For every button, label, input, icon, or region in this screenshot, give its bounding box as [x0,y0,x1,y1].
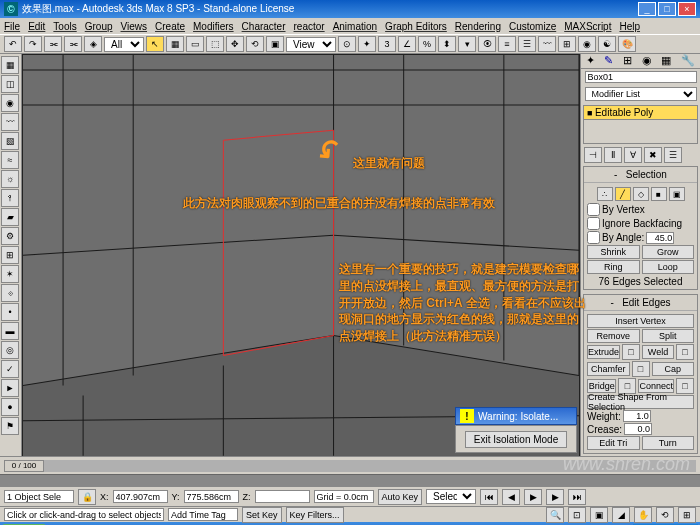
utilities-tab-icon[interactable]: 🔧 [681,54,695,67]
motion-tab-icon[interactable]: ◉ [642,54,652,67]
link-button[interactable]: ⫘ [44,36,62,52]
next-frame-icon[interactable]: ▶ [546,489,564,505]
modify-tab-icon[interactable]: ✎ [604,54,613,67]
water-icon[interactable]: ≈ [1,151,19,169]
hierarchy-tab-icon[interactable]: ⊞ [623,54,632,67]
configure-icon[interactable]: ☰ [664,147,682,163]
polygon-icon[interactable]: ■ [651,187,667,201]
unique-icon[interactable]: ∀ [624,147,642,163]
show-end-icon[interactable]: Ⅱ [604,147,622,163]
zoom-icon[interactable]: 🔍 [546,507,564,523]
goto-start-icon[interactable]: ⏮ [480,489,498,505]
weld-settings-icon[interactable]: □ [676,344,694,360]
z-coord[interactable] [255,490,310,503]
insert-vertex-button[interactable]: Insert Vertex [587,314,694,328]
by-angle-value[interactable] [646,232,674,244]
menu-customize[interactable]: Customize [509,21,556,32]
remove-button[interactable]: Remove [587,329,640,343]
analyze-icon[interactable]: ✓ [1,360,19,378]
minimize-button[interactable]: _ [638,2,656,16]
cloth-icon[interactable]: ◫ [1,75,19,93]
zoom-extents-icon[interactable]: ▣ [590,507,608,523]
wind-icon[interactable]: ☼ [1,170,19,188]
ring-button[interactable]: Ring [587,260,640,274]
crease-value[interactable] [624,423,652,435]
named-sel-button[interactable]: ▾ [458,36,476,52]
prismatic-icon[interactable]: ▬ [1,322,19,340]
prev-frame-icon[interactable]: ◀ [502,489,520,505]
quick-render-button[interactable]: 🎨 [618,36,636,52]
maximize-viewport-icon[interactable]: ⊞ [678,507,696,523]
setkey-button[interactable]: Set Key [242,507,282,523]
arc-rotate-icon[interactable]: ⟲ [656,507,674,523]
border-icon[interactable]: ◇ [633,187,649,201]
display-tab-icon[interactable]: ▦ [661,54,671,67]
close-button[interactable]: × [678,2,696,16]
toy-car-icon[interactable]: ⊞ [1,246,19,264]
viewport-perspective[interactable]: Perspective ↶ 这里就有问题 此方法对肉眼观察不到的已重合的并没有焊… [22,54,580,456]
edit-edges-rollout-header[interactable]: - Edit Edges [584,295,697,311]
menu-animation[interactable]: Animation [333,21,377,32]
exit-isolation-button[interactable]: Exit Isolation Mode [465,431,568,448]
key-filters-button[interactable]: Key Filters... [286,507,344,523]
menu-reactor[interactable]: reactor [294,21,325,32]
menu-edit[interactable]: Edit [28,21,45,32]
scale-button[interactable]: ▣ [266,36,284,52]
remove-mod-icon[interactable]: ✖ [644,147,662,163]
lock-icon[interactable]: 🔒 [78,489,96,505]
chamfer-button[interactable]: Chamfer [587,362,630,376]
edit-tri-button[interactable]: Edit Tri [587,436,640,450]
unlink-button[interactable]: ⫘ [64,36,82,52]
weld-button[interactable]: Weld [642,345,674,359]
connect-button[interactable]: Connect [638,379,674,393]
warning-titlebar[interactable]: ! Warning: Isolate... [455,407,577,425]
menu-tools[interactable]: Tools [53,21,76,32]
goto-end-icon[interactable]: ⏭ [568,489,586,505]
extrude-settings-icon[interactable]: □ [622,344,640,360]
modifier-stack-item[interactable]: ■ Editable Poly [584,106,697,120]
chamfer-settings-icon[interactable]: □ [632,361,650,377]
move-button[interactable]: ✥ [226,36,244,52]
window-crossing-button[interactable]: ⬚ [206,36,224,52]
selection-filter[interactable]: All [104,37,144,52]
preview-icon[interactable]: ► [1,379,19,397]
key-mode-select[interactable]: Selected [426,489,476,504]
align-button[interactable]: ≡ [498,36,516,52]
select-rect-button[interactable]: ▭ [186,36,204,52]
select-button[interactable]: ↖ [146,36,164,52]
deform-mesh-icon[interactable]: ▧ [1,132,19,150]
select-name-button[interactable]: ▦ [166,36,184,52]
menu-rendering[interactable]: Rendering [455,21,501,32]
plane-icon[interactable]: ▰ [1,208,19,226]
ignore-backfacing-checkbox[interactable] [587,217,600,230]
menu-character[interactable]: Character [242,21,286,32]
soft-body-icon[interactable]: ◉ [1,94,19,112]
selection-rollout-header[interactable]: - Selection [584,167,697,183]
cap-button[interactable]: Cap [652,362,695,376]
manip-button[interactable]: ✦ [358,36,376,52]
undo-button[interactable]: ↶ [4,36,22,52]
render-scene-button[interactable]: ☯ [598,36,616,52]
spring-icon[interactable]: ⫯ [1,189,19,207]
menu-grapheditors[interactable]: Graph Editors [385,21,447,32]
pan-icon[interactable]: ✋ [634,507,652,523]
menu-help[interactable]: Help [619,21,640,32]
grow-button[interactable]: Grow [642,245,695,259]
maximize-button[interactable]: □ [658,2,676,16]
schematic-button[interactable]: ⊞ [558,36,576,52]
x-coord[interactable] [113,490,168,503]
menu-modifiers[interactable]: Modifiers [193,21,234,32]
pin-stack-icon[interactable]: ⊣ [584,147,602,163]
create-anim-icon[interactable]: ● [1,398,19,416]
loop-button[interactable]: Loop [642,260,695,274]
motor-icon[interactable]: ⚙ [1,227,19,245]
point-icon[interactable]: • [1,303,19,321]
y-coord[interactable] [184,490,239,503]
hinge-icon[interactable]: ⟐ [1,284,19,302]
menu-file[interactable]: File [4,21,20,32]
bridge-button[interactable]: Bridge [587,379,616,393]
by-angle-checkbox[interactable] [587,231,600,244]
create-tab-icon[interactable]: ✦ [586,54,595,67]
play-icon[interactable]: ▶ [524,489,542,505]
percent-snap-button[interactable]: % [418,36,436,52]
